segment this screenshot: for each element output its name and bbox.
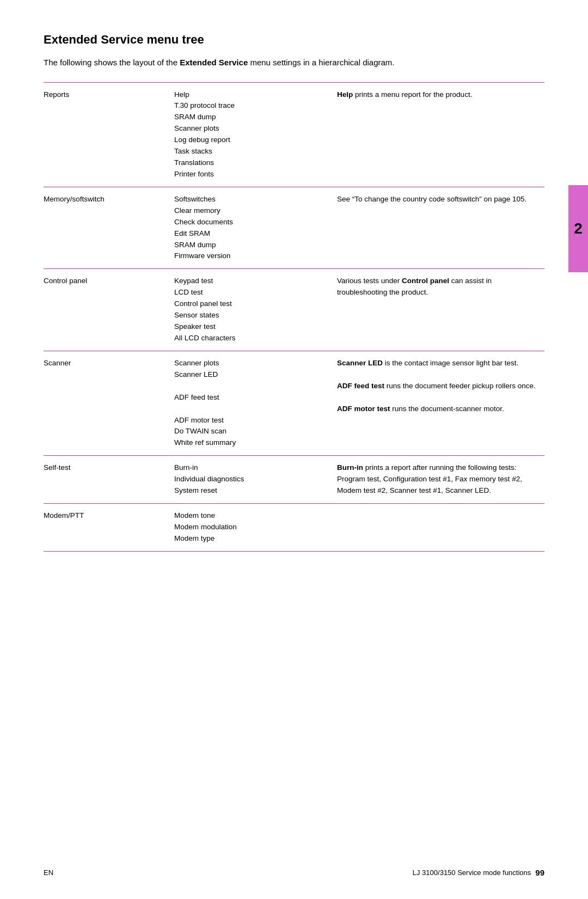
page-title: Extended Service menu tree	[44, 33, 544, 47]
row-description	[332, 504, 544, 552]
footer-language: EN	[44, 869, 53, 877]
row-items: SoftswitchesClear memoryCheck documentsE…	[169, 187, 332, 269]
table-row: Memory/softswitch SoftswitchesClear memo…	[44, 187, 544, 269]
footer-title: LJ 3100/3150 Service mode functions	[413, 869, 531, 877]
footer-info: LJ 3100/3150 Service mode functions 99	[413, 868, 544, 877]
row-items: Keypad testLCD testControl panel testSen…	[169, 269, 332, 351]
page-footer: EN LJ 3100/3150 Service mode functions 9…	[44, 868, 544, 877]
row-category: Memory/softswitch	[44, 187, 169, 269]
row-description: Scanner LED is the contact image sensor …	[332, 351, 544, 455]
table-row: Scanner Scanner plotsScanner LEDADF feed…	[44, 351, 544, 455]
row-items: Scanner plotsScanner LEDADF feed testADF…	[169, 351, 332, 455]
page: Extended Service menu tree The following…	[0, 0, 588, 899]
table-row: Modem/PTT Modem toneModem modulationMode…	[44, 504, 544, 552]
row-description: Various tests under Control panel can as…	[332, 269, 544, 351]
intro-text: The following shows the layout of the Ex…	[44, 57, 544, 69]
table-row: Self-test Burn-inIndividual diagnosticsS…	[44, 456, 544, 504]
row-category: Reports	[44, 82, 169, 187]
row-items: Burn-inIndividual diagnosticsSystem rese…	[169, 456, 332, 504]
table-row: Control panel Keypad testLCD testControl…	[44, 269, 544, 351]
menu-table: Reports HelpT.30 protocol traceSRAM dump…	[44, 82, 544, 552]
row-description: Help prints a menu report for the produc…	[332, 82, 544, 187]
chapter-number: 2	[574, 220, 583, 237]
row-description: See “To change the country code softswit…	[332, 187, 544, 269]
row-items: HelpT.30 protocol traceSRAM dumpScanner …	[169, 82, 332, 187]
row-category: Control panel	[44, 269, 169, 351]
chapter-tab: 2	[568, 185, 588, 272]
row-items: Modem toneModem modulationModem type	[169, 504, 332, 552]
row-category: Scanner	[44, 351, 169, 455]
row-category: Modem/PTT	[44, 504, 169, 552]
footer-page-number: 99	[535, 868, 544, 877]
row-category: Self-test	[44, 456, 169, 504]
table-row: Reports HelpT.30 protocol traceSRAM dump…	[44, 82, 544, 187]
row-description: Burn-in prints a report after running th…	[332, 456, 544, 504]
